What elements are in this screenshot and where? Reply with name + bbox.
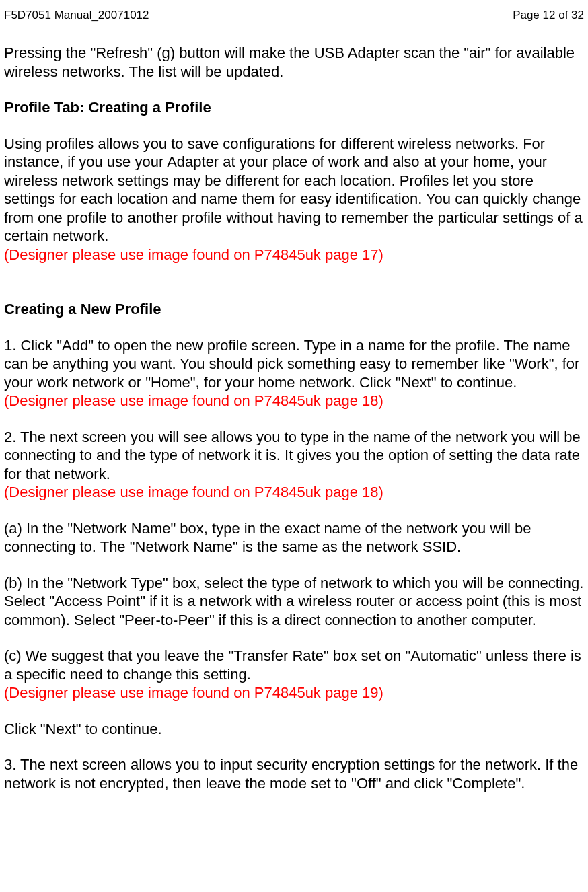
designer-note-1: (Designer please use image found on P748… [4, 246, 584, 264]
designer-note-4: (Designer please use image found on P748… [4, 683, 584, 702]
paragraph-step-2: 2. The next screen you will see allows y… [4, 428, 584, 484]
paragraph-step-3: 3. The next screen allows you to input s… [4, 755, 584, 792]
paragraph-profiles-intro: Using profiles allows you to save config… [4, 135, 584, 246]
paragraph-step-2c: (c) We suggest that you leave the "Trans… [4, 646, 584, 683]
paragraph-step-2a: (a) In the "Network Name" box, type in t… [4, 519, 584, 556]
header-right: Page 12 of 32 [513, 8, 584, 22]
paragraph-refresh: Pressing the "Refresh" (g) button will m… [4, 44, 584, 81]
heading-profile-tab: Profile Tab: Creating a Profile [4, 98, 584, 117]
page-header: F5D7051 Manual_20071012 Page 12 of 32 [4, 8, 584, 22]
paragraph-step-1: 1. Click "Add" to open the new profile s… [4, 336, 584, 392]
designer-note-2: (Designer please use image found on P748… [4, 392, 584, 410]
header-left: F5D7051 Manual_20071012 [4, 8, 149, 22]
heading-creating-new-profile: Creating a New Profile [4, 300, 584, 319]
paragraph-click-next: Click "Next" to continue. [4, 720, 584, 739]
designer-note-3: (Designer please use image found on P748… [4, 483, 584, 502]
paragraph-step-2b: (b) In the "Network Type" box, select th… [4, 574, 584, 630]
